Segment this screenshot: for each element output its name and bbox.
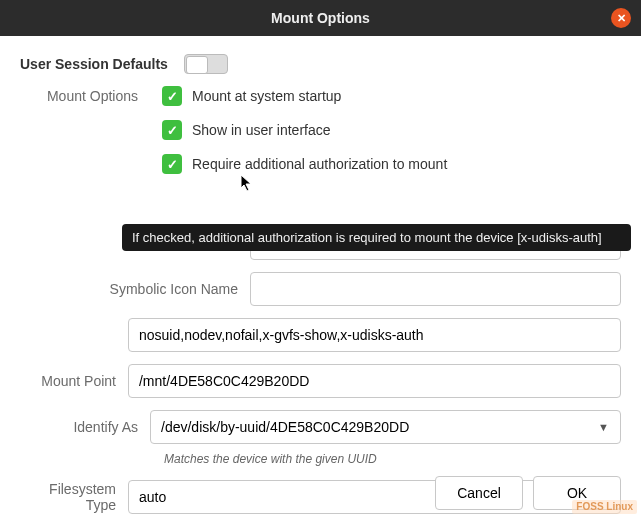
mount-point-label: Mount Point: [20, 373, 128, 389]
filesystem-type-label: Filesystem Type: [20, 481, 128, 513]
check-icon: ✓: [162, 86, 182, 106]
check-require-auth[interactable]: ✓ Require additional authorization to mo…: [162, 154, 621, 174]
dialog-content: User Session Defaults Mount Options ✓ Mo…: [0, 36, 641, 518]
close-button[interactable]: ✕: [611, 8, 631, 28]
identify-as-label: Identify As: [20, 419, 150, 435]
check-icon: ✓: [162, 120, 182, 140]
user-session-defaults-label: User Session Defaults: [20, 56, 184, 72]
watermark: FOSS Linux: [572, 500, 637, 514]
mount-point-input[interactable]: [128, 364, 621, 398]
mount-options-label: Mount Options: [20, 88, 150, 104]
check-show-ui[interactable]: ✓ Show in user interface: [162, 120, 621, 140]
symbolic-icon-label: Symbolic Icon Name: [20, 281, 250, 297]
user-session-defaults-switch[interactable]: [184, 54, 228, 74]
symbolic-icon-input[interactable]: [250, 272, 621, 306]
titlebar: Mount Options ✕: [0, 0, 641, 36]
tooltip: If checked, additional authorization is …: [122, 224, 631, 251]
check-label: Require additional authorization to moun…: [192, 156, 447, 172]
cancel-button[interactable]: Cancel: [435, 476, 523, 510]
identify-as-select[interactable]: [150, 410, 621, 444]
cursor-icon: [240, 174, 254, 195]
identify-helper: Matches the device with the given UUID: [164, 452, 621, 466]
dialog-title: Mount Options: [271, 10, 370, 26]
extra-options-input[interactable]: [128, 318, 621, 352]
close-icon: ✕: [617, 12, 626, 25]
check-icon: ✓: [162, 154, 182, 174]
check-mount-startup[interactable]: ✓ Mount at system startup: [162, 86, 621, 106]
check-label: Show in user interface: [192, 122, 331, 138]
check-label: Mount at system startup: [192, 88, 341, 104]
